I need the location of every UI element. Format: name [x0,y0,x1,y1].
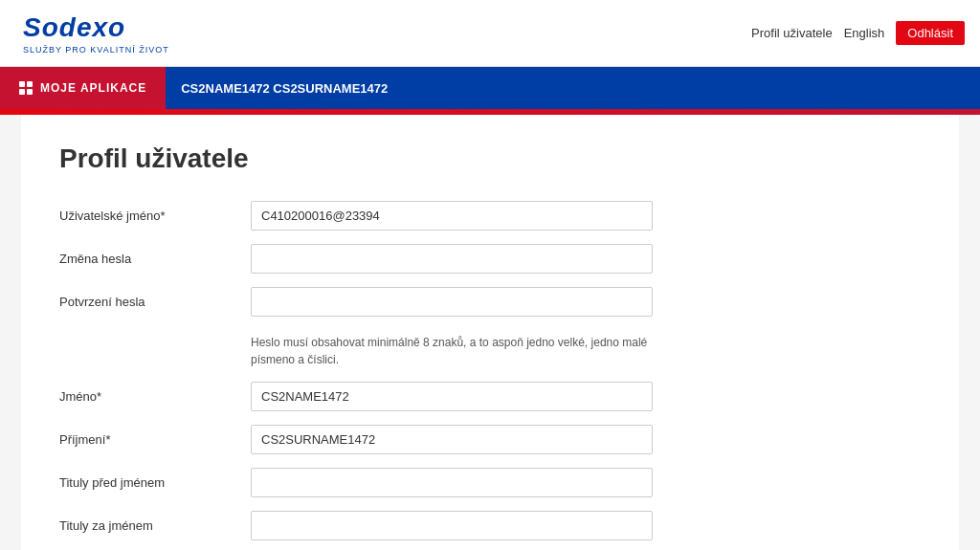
titles-after-field [251,511,653,540]
my-apps-label: MOJE APLIKACE [40,81,146,95]
titles-before-field [251,468,653,497]
logo-area: Sodexo SLUŽBY PRO KVALITNÍ ŽIVOT [15,2,207,64]
grid-icon [19,81,33,95]
first-name-row: Jméno* [59,382,921,411]
language-selector[interactable]: English [844,26,885,40]
my-apps-button[interactable]: MOJE APLIKACE [0,67,166,109]
titles-after-label: Tituly za jménem [59,511,251,533]
last-name-input[interactable] [251,425,653,454]
logo-sodexo: Sodexo [23,12,125,43]
last-name-label: Příjmení* [59,425,251,447]
username-field [251,201,653,231]
app-bar-username: CS2NAME1472 CS2SURNAME1472 [166,81,403,96]
password-hint-row: Heslo musí obsahovat minimálně 8 znaků, … [59,330,921,368]
first-name-input[interactable] [251,382,653,411]
titles-before-label: Tituly před jménem [59,468,251,490]
logout-button[interactable]: Odhlásit [896,21,965,45]
username-label: Uživatelské jméno* [59,201,251,223]
titles-after-row: Tituly za jménem [59,511,921,540]
confirm-password-field [251,287,653,317]
password-row: Změna hesla [59,244,921,274]
logo-tagline: SLUŽBY PRO KVALITNÍ ŽIVOT [23,45,169,55]
nav-right: Profil uživatele English Odhlásit [751,21,965,45]
password-field [251,244,653,274]
confirm-password-label: Potvrzení hesla [59,287,251,309]
password-hint: Heslo musí obsahovat minimálně 8 znaků, … [251,334,653,368]
logo-box: Sodexo SLUŽBY PRO KVALITNÍ ŽIVOT [15,2,207,64]
username-row: Uživatelské jméno* [59,201,921,231]
app-bar: MOJE APLIKACE CS2NAME1472 CS2SURNAME1472 [0,67,980,109]
titles-before-input[interactable] [251,468,653,497]
username-input[interactable] [251,201,653,231]
confirm-password-input[interactable] [251,287,653,317]
first-name-field [251,382,653,411]
page-content: Profil uživatele Uživatelské jméno* Změn… [21,115,959,550]
password-label: Změna hesla [59,244,251,266]
top-nav: Sodexo SLUŽBY PRO KVALITNÍ ŽIVOT Profil … [0,0,980,67]
last-name-row: Příjmení* [59,425,921,454]
password-input[interactable] [251,244,653,274]
first-name-label: Jméno* [59,382,251,404]
profile-link[interactable]: Profil uživatele [751,26,833,40]
titles-before-row: Tituly před jménem [59,468,921,497]
confirm-password-row: Potvrzení hesla [59,287,921,317]
last-name-field [251,425,653,454]
titles-after-input[interactable] [251,511,653,540]
page-title: Profil uživatele [59,143,921,174]
hint-offset [59,330,251,368]
